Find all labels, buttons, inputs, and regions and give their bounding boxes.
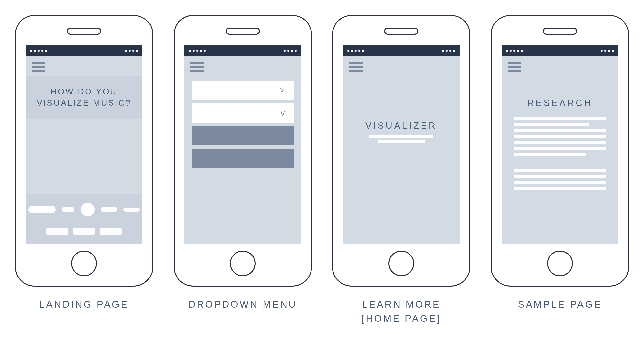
hero-band: HOW DO YOU VISUALIZE MUSIC? [26, 76, 142, 119]
player-block [26, 194, 142, 244]
player-ff-icon[interactable] [101, 207, 117, 212]
player-chip-3[interactable] [100, 228, 122, 235]
signal-dots-icon [506, 50, 523, 52]
phone-speaker [384, 28, 418, 34]
menu-item-3[interactable] [192, 126, 294, 145]
player-play-button[interactable] [81, 203, 95, 217]
screen-dropdown: > v [184, 56, 301, 244]
home-button[interactable] [71, 251, 97, 276]
subtitle-lines [368, 135, 435, 143]
signal-dots-icon [189, 50, 206, 52]
home-button[interactable] [230, 251, 256, 276]
menu-item-1[interactable]: > [192, 80, 294, 100]
screen-landing: HOW DO YOU VISUALIZE MUSIC? [26, 56, 142, 244]
home-button[interactable] [547, 251, 573, 276]
player-rw-icon[interactable] [62, 207, 74, 212]
wireframe-stage: HOW DO YOU VISUALIZE MUSIC? [0, 0, 644, 342]
phone-learn-more: VISUALIZER [332, 15, 470, 287]
phone-dropdown: > v [174, 15, 312, 287]
frame-caption: DROPDOWN MENU [188, 298, 297, 312]
phone-landing: HOW DO YOU VISUALIZE MUSIC? [15, 15, 153, 287]
phone-speaker [543, 28, 577, 34]
frame-dropdown: > v DROPDOWN MENU [174, 15, 312, 312]
phone-speaker [67, 28, 101, 34]
chevron-down-icon: v [280, 108, 285, 118]
status-dots-icon [601, 50, 614, 52]
status-dots-icon [125, 50, 138, 52]
hamburger-icon[interactable] [190, 62, 204, 72]
screen-learn-more: VISUALIZER [343, 56, 460, 244]
status-bar [184, 45, 301, 56]
hamburger-icon[interactable] [349, 62, 363, 72]
home-button[interactable] [388, 251, 414, 276]
hamburger-icon[interactable] [32, 62, 46, 72]
hamburger-icon[interactable] [508, 62, 522, 72]
screen-sample: RESEARCH [502, 56, 618, 244]
phone-sample: RESEARCH [491, 15, 629, 287]
frame-sample: RESEARCH SAMPLE PAGE [491, 15, 629, 312]
frame-landing: HOW DO YOU VISUALIZE MUSIC? [15, 15, 153, 312]
menu-item-4[interactable] [192, 149, 294, 168]
paragraph-2 [514, 169, 606, 190]
player-button-prev[interactable] [28, 206, 56, 213]
frame-caption: LEARN MORE [HOME PAGE] [362, 298, 441, 326]
frame-caption: SAMPLE PAGE [518, 298, 602, 312]
menu-item-2[interactable]: v [192, 103, 294, 123]
frame-caption: LANDING PAGE [39, 298, 129, 312]
status-bar [502, 45, 618, 56]
status-bar [26, 45, 142, 56]
chevron-right-icon: > [280, 85, 285, 95]
player-chip-1[interactable] [46, 228, 68, 235]
player-chip-2[interactable] [73, 228, 95, 235]
status-bar [343, 45, 460, 56]
paragraph-1 [514, 117, 606, 156]
page-title: VISUALIZER [343, 121, 460, 131]
player-button-next[interactable] [123, 208, 140, 212]
status-dots-icon [284, 50, 297, 52]
status-dots-icon [442, 50, 455, 52]
hero-text: HOW DO YOU VISUALIZE MUSIC? [37, 86, 132, 108]
signal-dots-icon [347, 50, 364, 52]
signal-dots-icon [30, 50, 47, 52]
dropdown-menu: > v [192, 80, 294, 168]
page-title: RESEARCH [502, 98, 618, 108]
frame-learn-more: VISUALIZER LEARN MORE [HOME PAGE] [332, 15, 470, 326]
phone-speaker [226, 28, 260, 34]
